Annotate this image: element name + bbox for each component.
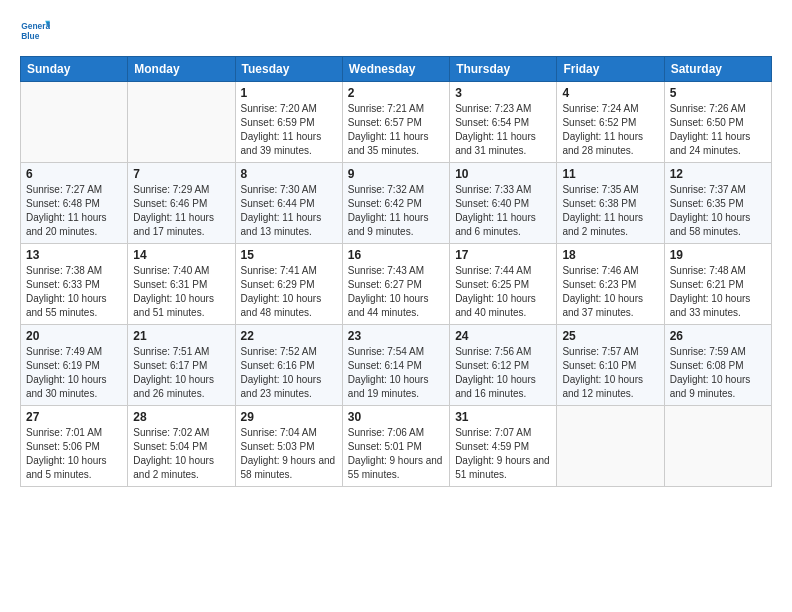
calendar-cell: 29Sunrise: 7:04 AM Sunset: 5:03 PM Dayli… (235, 406, 342, 487)
day-number: 19 (670, 248, 766, 262)
day-number: 2 (348, 86, 444, 100)
calendar-cell: 14Sunrise: 7:40 AM Sunset: 6:31 PM Dayli… (128, 244, 235, 325)
day-detail: Sunrise: 7:35 AM Sunset: 6:38 PM Dayligh… (562, 183, 658, 239)
day-number: 4 (562, 86, 658, 100)
day-detail: Sunrise: 7:26 AM Sunset: 6:50 PM Dayligh… (670, 102, 766, 158)
calendar-cell: 28Sunrise: 7:02 AM Sunset: 5:04 PM Dayli… (128, 406, 235, 487)
calendar-cell: 15Sunrise: 7:41 AM Sunset: 6:29 PM Dayli… (235, 244, 342, 325)
logo: General Blue (20, 16, 50, 46)
calendar-cell: 31Sunrise: 7:07 AM Sunset: 4:59 PM Dayli… (450, 406, 557, 487)
weekday-header-tuesday: Tuesday (235, 57, 342, 82)
day-detail: Sunrise: 7:29 AM Sunset: 6:46 PM Dayligh… (133, 183, 229, 239)
day-detail: Sunrise: 7:24 AM Sunset: 6:52 PM Dayligh… (562, 102, 658, 158)
svg-text:General: General (21, 21, 50, 31)
calendar-cell (21, 82, 128, 163)
day-detail: Sunrise: 7:37 AM Sunset: 6:35 PM Dayligh… (670, 183, 766, 239)
day-detail: Sunrise: 7:07 AM Sunset: 4:59 PM Dayligh… (455, 426, 551, 482)
day-number: 31 (455, 410, 551, 424)
calendar-cell: 23Sunrise: 7:54 AM Sunset: 6:14 PM Dayli… (342, 325, 449, 406)
calendar-cell (128, 82, 235, 163)
day-detail: Sunrise: 7:49 AM Sunset: 6:19 PM Dayligh… (26, 345, 122, 401)
day-detail: Sunrise: 7:21 AM Sunset: 6:57 PM Dayligh… (348, 102, 444, 158)
day-detail: Sunrise: 7:33 AM Sunset: 6:40 PM Dayligh… (455, 183, 551, 239)
day-detail: Sunrise: 7:52 AM Sunset: 6:16 PM Dayligh… (241, 345, 337, 401)
day-detail: Sunrise: 7:06 AM Sunset: 5:01 PM Dayligh… (348, 426, 444, 482)
day-number: 22 (241, 329, 337, 343)
calendar-cell: 6Sunrise: 7:27 AM Sunset: 6:48 PM Daylig… (21, 163, 128, 244)
day-number: 30 (348, 410, 444, 424)
day-number: 3 (455, 86, 551, 100)
calendar-cell: 16Sunrise: 7:43 AM Sunset: 6:27 PM Dayli… (342, 244, 449, 325)
day-detail: Sunrise: 7:41 AM Sunset: 6:29 PM Dayligh… (241, 264, 337, 320)
day-detail: Sunrise: 7:43 AM Sunset: 6:27 PM Dayligh… (348, 264, 444, 320)
day-number: 18 (562, 248, 658, 262)
weekday-header-wednesday: Wednesday (342, 57, 449, 82)
day-number: 14 (133, 248, 229, 262)
calendar-cell: 24Sunrise: 7:56 AM Sunset: 6:12 PM Dayli… (450, 325, 557, 406)
day-number: 20 (26, 329, 122, 343)
calendar-cell: 2Sunrise: 7:21 AM Sunset: 6:57 PM Daylig… (342, 82, 449, 163)
calendar-cell: 10Sunrise: 7:33 AM Sunset: 6:40 PM Dayli… (450, 163, 557, 244)
day-number: 24 (455, 329, 551, 343)
day-detail: Sunrise: 7:01 AM Sunset: 5:06 PM Dayligh… (26, 426, 122, 482)
day-detail: Sunrise: 7:27 AM Sunset: 6:48 PM Dayligh… (26, 183, 122, 239)
calendar-cell: 12Sunrise: 7:37 AM Sunset: 6:35 PM Dayli… (664, 163, 771, 244)
day-detail: Sunrise: 7:20 AM Sunset: 6:59 PM Dayligh… (241, 102, 337, 158)
day-detail: Sunrise: 7:32 AM Sunset: 6:42 PM Dayligh… (348, 183, 444, 239)
day-number: 27 (26, 410, 122, 424)
weekday-header-monday: Monday (128, 57, 235, 82)
day-number: 28 (133, 410, 229, 424)
weekday-header-friday: Friday (557, 57, 664, 82)
day-number: 12 (670, 167, 766, 181)
calendar-cell: 26Sunrise: 7:59 AM Sunset: 6:08 PM Dayli… (664, 325, 771, 406)
day-number: 25 (562, 329, 658, 343)
day-number: 9 (348, 167, 444, 181)
weekday-header-sunday: Sunday (21, 57, 128, 82)
day-detail: Sunrise: 7:02 AM Sunset: 5:04 PM Dayligh… (133, 426, 229, 482)
calendar-cell: 18Sunrise: 7:46 AM Sunset: 6:23 PM Dayli… (557, 244, 664, 325)
calendar-cell: 4Sunrise: 7:24 AM Sunset: 6:52 PM Daylig… (557, 82, 664, 163)
day-number: 10 (455, 167, 551, 181)
calendar-cell: 3Sunrise: 7:23 AM Sunset: 6:54 PM Daylig… (450, 82, 557, 163)
calendar-cell: 17Sunrise: 7:44 AM Sunset: 6:25 PM Dayli… (450, 244, 557, 325)
calendar-cell: 19Sunrise: 7:48 AM Sunset: 6:21 PM Dayli… (664, 244, 771, 325)
day-number: 16 (348, 248, 444, 262)
day-number: 1 (241, 86, 337, 100)
day-number: 23 (348, 329, 444, 343)
svg-text:Blue: Blue (21, 31, 40, 41)
day-detail: Sunrise: 7:59 AM Sunset: 6:08 PM Dayligh… (670, 345, 766, 401)
day-detail: Sunrise: 7:46 AM Sunset: 6:23 PM Dayligh… (562, 264, 658, 320)
day-number: 21 (133, 329, 229, 343)
day-detail: Sunrise: 7:04 AM Sunset: 5:03 PM Dayligh… (241, 426, 337, 482)
calendar-cell: 13Sunrise: 7:38 AM Sunset: 6:33 PM Dayli… (21, 244, 128, 325)
day-detail: Sunrise: 7:54 AM Sunset: 6:14 PM Dayligh… (348, 345, 444, 401)
calendar-cell: 8Sunrise: 7:30 AM Sunset: 6:44 PM Daylig… (235, 163, 342, 244)
day-number: 6 (26, 167, 122, 181)
day-detail: Sunrise: 7:48 AM Sunset: 6:21 PM Dayligh… (670, 264, 766, 320)
day-detail: Sunrise: 7:44 AM Sunset: 6:25 PM Dayligh… (455, 264, 551, 320)
day-detail: Sunrise: 7:56 AM Sunset: 6:12 PM Dayligh… (455, 345, 551, 401)
day-number: 29 (241, 410, 337, 424)
calendar-cell (557, 406, 664, 487)
day-detail: Sunrise: 7:51 AM Sunset: 6:17 PM Dayligh… (133, 345, 229, 401)
day-detail: Sunrise: 7:38 AM Sunset: 6:33 PM Dayligh… (26, 264, 122, 320)
calendar-cell: 30Sunrise: 7:06 AM Sunset: 5:01 PM Dayli… (342, 406, 449, 487)
day-number: 17 (455, 248, 551, 262)
weekday-header-thursday: Thursday (450, 57, 557, 82)
calendar-cell: 1Sunrise: 7:20 AM Sunset: 6:59 PM Daylig… (235, 82, 342, 163)
calendar-cell: 9Sunrise: 7:32 AM Sunset: 6:42 PM Daylig… (342, 163, 449, 244)
day-number: 11 (562, 167, 658, 181)
calendar-cell: 5Sunrise: 7:26 AM Sunset: 6:50 PM Daylig… (664, 82, 771, 163)
day-number: 5 (670, 86, 766, 100)
calendar-cell: 25Sunrise: 7:57 AM Sunset: 6:10 PM Dayli… (557, 325, 664, 406)
day-detail: Sunrise: 7:40 AM Sunset: 6:31 PM Dayligh… (133, 264, 229, 320)
calendar-cell: 7Sunrise: 7:29 AM Sunset: 6:46 PM Daylig… (128, 163, 235, 244)
calendar-cell: 27Sunrise: 7:01 AM Sunset: 5:06 PM Dayli… (21, 406, 128, 487)
day-number: 8 (241, 167, 337, 181)
day-number: 15 (241, 248, 337, 262)
calendar-cell: 11Sunrise: 7:35 AM Sunset: 6:38 PM Dayli… (557, 163, 664, 244)
calendar-cell: 21Sunrise: 7:51 AM Sunset: 6:17 PM Dayli… (128, 325, 235, 406)
day-detail: Sunrise: 7:57 AM Sunset: 6:10 PM Dayligh… (562, 345, 658, 401)
day-number: 13 (26, 248, 122, 262)
calendar-cell (664, 406, 771, 487)
